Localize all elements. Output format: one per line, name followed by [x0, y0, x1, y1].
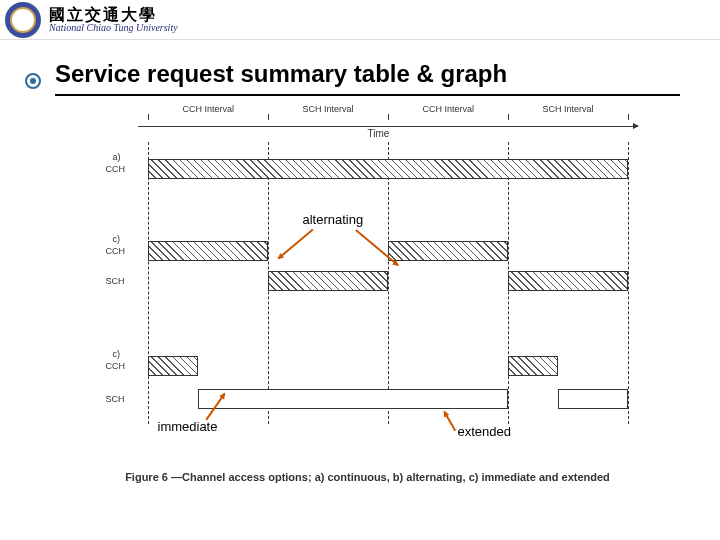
row-c-sch-band: [558, 389, 628, 409]
time-axis: [138, 126, 638, 127]
row-b-cch-band: [148, 241, 268, 261]
row-c-cch-label: CCH: [106, 361, 126, 371]
annotation-alternating: alternating: [303, 212, 364, 227]
university-name-chinese: 國立交通大學: [49, 7, 178, 23]
slide-title: Service request summary table & graph: [55, 60, 680, 96]
interval-label: CCH Interval: [423, 104, 475, 114]
row-a-label: a): [113, 152, 121, 162]
row-a-cch-band: [148, 159, 628, 179]
row-b-cch-band: [388, 241, 508, 261]
row-b-sch-band: [508, 271, 628, 291]
interval-label: SCH Interval: [543, 104, 594, 114]
row-b-sch-label: SCH: [106, 276, 125, 286]
row-c-sch-band: [198, 389, 508, 409]
interval-label: SCH Interval: [303, 104, 354, 114]
interval-label: CCH Interval: [183, 104, 235, 114]
row-b-sch-band: [268, 271, 388, 291]
row-b-cch-label: CCH: [106, 246, 126, 256]
slide-bullet-icon: [25, 73, 41, 89]
row-c-cch-band: [148, 356, 198, 376]
annotation-extended: extended: [458, 424, 512, 439]
row-c-sch-label: SCH: [106, 394, 125, 404]
time-label: Time: [368, 128, 390, 139]
arrow-icon: [443, 411, 455, 431]
header: 國立交通大學 National Chiao Tung University: [0, 0, 720, 40]
annotation-immediate: immediate: [158, 419, 218, 434]
row-a-channel: CCH: [106, 164, 126, 174]
row-b-label: c): [113, 234, 121, 244]
timing-diagram: CCH Interval SCH Interval CCH Interval S…: [88, 104, 648, 464]
figure-caption: Figure 6 —Channel access options; a) con…: [88, 470, 648, 484]
university-logo: [5, 2, 41, 38]
row-c-label: c): [113, 349, 121, 359]
arrow-icon: [278, 229, 313, 259]
row-c-cch-band: [508, 356, 558, 376]
university-name-english: National Chiao Tung University: [49, 23, 178, 33]
